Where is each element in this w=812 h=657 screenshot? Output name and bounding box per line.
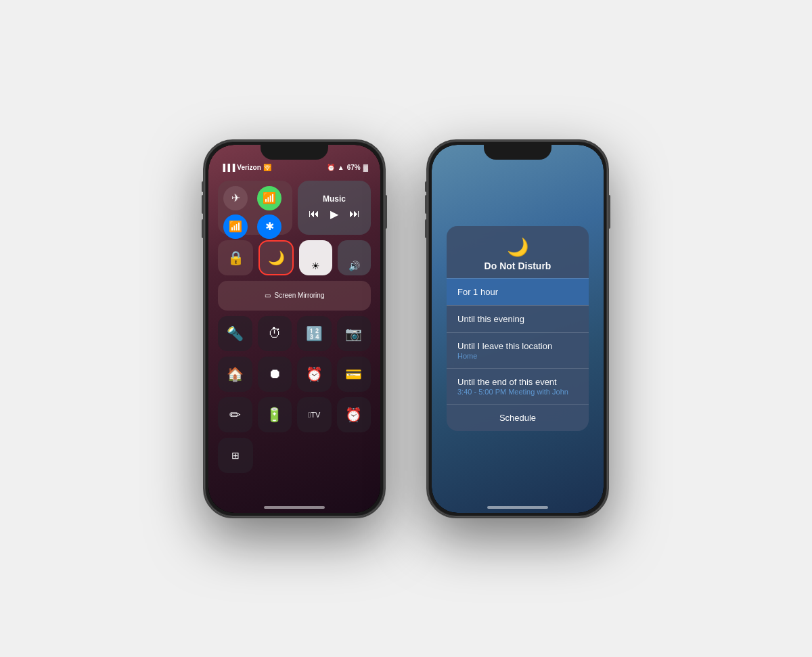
battery-widget[interactable]: 🔋: [258, 397, 292, 432]
home-indicator-2[interactable]: [487, 506, 548, 509]
record-button[interactable]: ⏺: [258, 357, 292, 392]
next-track-button[interactable]: ⏭: [349, 208, 360, 221]
dnd-schedule-label: Schedule: [499, 413, 536, 423]
music-controls: ⏮ ▶ ⏭: [309, 208, 360, 221]
battery-icon: ▓: [363, 164, 368, 171]
top-row: ✈ 📶 📶 ✱ Music ⏮ ▶ ⏭: [218, 181, 371, 235]
music-label: Music: [323, 194, 346, 204]
phone-control-center: ▐▐▐ Verizon 🛜 ⏰ ▲ 67% ▓ ✈ 📶: [203, 139, 386, 518]
cellular-button[interactable]: 📶: [257, 186, 281, 210]
volume-down-button[interactable]: [202, 219, 204, 238]
dnd-schedule-button[interactable]: Schedule: [447, 404, 589, 431]
silent-switch-2[interactable]: [425, 181, 427, 192]
signal-bars-icon: ▐▐▐: [221, 164, 235, 171]
apple-tv-button[interactable]: TV: [297, 397, 332, 432]
phone-dnd: 🌙 Do Not Disturb For 1 hour Until this e…: [426, 139, 609, 518]
power-button-2[interactable]: [608, 195, 610, 229]
camera-button[interactable]: 📷: [337, 316, 371, 351]
notch-2: [484, 145, 551, 160]
dnd-item-location[interactable]: Until I leave this location Home: [447, 332, 589, 368]
dnd-item-event[interactable]: Until the end of this event 3:40 - 5:00 …: [447, 368, 589, 404]
battery-percent: 67%: [347, 164, 361, 171]
prev-track-button[interactable]: ⏮: [309, 208, 319, 221]
home-indicator[interactable]: [264, 506, 325, 509]
volume-up-button-2[interactable]: [425, 195, 427, 214]
dnd-item-2-label: Until this evening: [457, 314, 578, 324]
dnd-menu: 🌙 Do Not Disturb For 1 hour Until this e…: [447, 226, 589, 431]
row7: ⊞: [218, 438, 371, 473]
notch: [261, 145, 328, 160]
flashlight-button[interactable]: 🔦: [218, 316, 252, 351]
row5: 🏠 ⏺ ⏰ 💳: [218, 357, 371, 392]
orientation-lock-button[interactable]: 🔒: [218, 240, 253, 275]
dnd-item-1-label: For 1 hour: [457, 287, 578, 297]
brightness-slider[interactable]: ☀: [299, 240, 332, 275]
home-button[interactable]: 🏠: [218, 357, 252, 392]
dnd-item-1-hour[interactable]: For 1 hour: [447, 278, 589, 305]
calculator-button[interactable]: 🔢: [297, 316, 332, 351]
clock-button[interactable]: ⏰: [297, 357, 332, 392]
wallet-button[interactable]: 💳: [337, 357, 371, 392]
phone-screen: ▐▐▐ Verizon 🛜 ⏰ ▲ 67% ▓ ✈ 📶: [208, 145, 380, 513]
qr-scanner-button[interactable]: ⊞: [218, 438, 253, 473]
sliders: ☀ 🔊: [299, 240, 371, 275]
dnd-item-4-subtext: 3:40 - 5:00 PM Meeting with John: [457, 388, 578, 396]
dnd-item-3-subtext: Home: [457, 352, 578, 360]
wifi-button[interactable]: 📶: [223, 214, 248, 239]
bluetooth-button[interactable]: ✱: [257, 214, 281, 239]
dnd-moon-icon: 🌙: [507, 237, 528, 258]
row6: ✏ 🔋 TV ⏰: [218, 397, 371, 432]
dnd-header: 🌙 Do Not Disturb: [447, 226, 589, 278]
connectivity-block: ✈ 📶 📶 ✱: [218, 181, 292, 235]
row3: ▭ Screen Mirroring: [218, 281, 371, 311]
dnd-title: Do Not Disturb: [484, 260, 551, 271]
play-pause-button[interactable]: ▶: [330, 208, 338, 221]
control-center-grid: ✈ 📶 📶 ✱ Music ⏮ ▶ ⏭: [208, 175, 380, 478]
power-button[interactable]: [385, 195, 387, 229]
volume-down-button-2[interactable]: [425, 219, 427, 238]
airplane-mode-button[interactable]: ✈: [223, 186, 248, 210]
notes-button[interactable]: ✏: [218, 397, 252, 432]
carrier-name: Verizon: [237, 164, 261, 171]
location-icon: ▲: [338, 164, 344, 171]
phone-screen-2: 🌙 Do Not Disturb For 1 hour Until this e…: [432, 145, 604, 513]
screen-mirroring-button[interactable]: ▭ Screen Mirroring: [218, 281, 371, 311]
dnd-item-this-evening[interactable]: Until this evening: [447, 305, 589, 332]
alarm-icon: ⏰: [327, 164, 335, 171]
dnd-screen: 🌙 Do Not Disturb For 1 hour Until this e…: [432, 145, 604, 513]
timer-button[interactable]: ⏱: [258, 316, 292, 351]
control-center-screen: ▐▐▐ Verizon 🛜 ⏰ ▲ 67% ▓ ✈ 📶: [208, 145, 380, 513]
do-not-disturb-button[interactable]: 🌙: [258, 240, 294, 275]
row2: 🔒 🌙 ☀ 🔊: [218, 240, 371, 275]
row4: 🔦 ⏱ 🔢 📷: [218, 316, 371, 351]
silent-switch[interactable]: [202, 181, 204, 192]
screen-mirror-icon: ▭: [265, 292, 271, 299]
music-block: Music ⏮ ▶ ⏭: [298, 181, 371, 235]
volume-up-button[interactable]: [202, 195, 204, 214]
volume-slider[interactable]: 🔊: [338, 240, 371, 275]
dnd-item-3-label: Until I leave this location: [457, 341, 578, 351]
dnd-item-4-label: Until the end of this event: [457, 377, 578, 387]
status-right: ⏰ ▲ 67% ▓: [327, 164, 368, 171]
wifi-status-icon: 🛜: [263, 164, 271, 171]
alarm-button[interactable]: ⏰: [337, 397, 371, 432]
carrier-info: ▐▐▐ Verizon 🛜: [221, 164, 271, 171]
screen-mirror-label: Screen Mirroring: [275, 292, 325, 299]
